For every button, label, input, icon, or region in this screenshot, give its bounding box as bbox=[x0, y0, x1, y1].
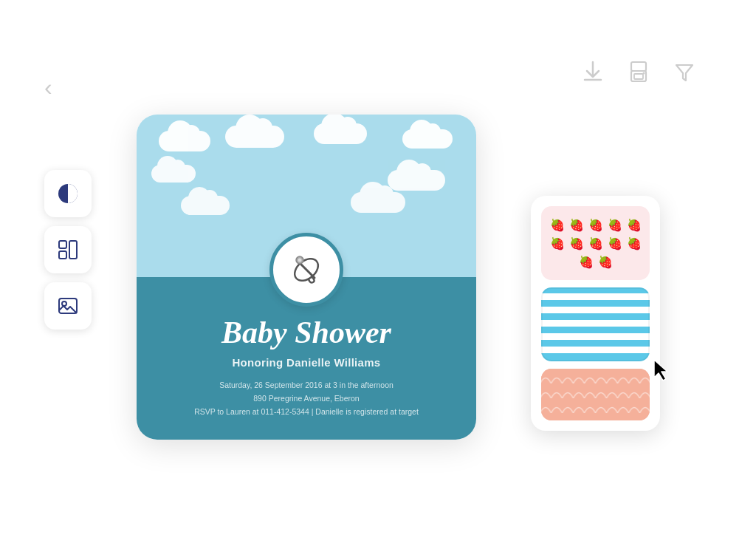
card-subtitle: Honoring Danielle Williams bbox=[232, 356, 380, 369]
download-button[interactable] bbox=[580, 59, 605, 87]
layout-tool-button[interactable] bbox=[44, 226, 92, 273]
cloud-6 bbox=[388, 170, 445, 191]
stripe-pattern-item[interactable] bbox=[541, 287, 650, 361]
cloud-2 bbox=[225, 126, 284, 148]
left-toolbar bbox=[44, 170, 92, 330]
cloud-5 bbox=[151, 165, 196, 183]
cloud-4 bbox=[402, 129, 453, 149]
svg-point-13 bbox=[298, 259, 302, 262]
baby-shower-card: Baby Shower Honoring Danielle Williams S… bbox=[137, 115, 476, 440]
back-button[interactable]: ‹ bbox=[44, 74, 52, 101]
safety-pin-emblem bbox=[269, 233, 343, 307]
cloud-7 bbox=[181, 196, 230, 215]
card-title: Baby Shower bbox=[221, 315, 391, 350]
cloud-1 bbox=[159, 131, 210, 151]
toolbar bbox=[580, 59, 697, 87]
svg-rect-7 bbox=[59, 251, 66, 259]
contrast-tool-button[interactable] bbox=[44, 170, 92, 217]
cloud-8 bbox=[351, 192, 405, 213]
svg-rect-0 bbox=[631, 62, 646, 71]
svg-rect-15 bbox=[541, 369, 650, 420]
image-tool-button[interactable] bbox=[44, 282, 92, 330]
moroccan-pattern-item[interactable] bbox=[541, 369, 650, 420]
cloud-3 bbox=[314, 123, 367, 144]
svg-rect-5 bbox=[59, 241, 66, 248]
strawberry-pattern-item[interactable]: 🍓 🍓 🍓 🍓 🍓 🍓 🍓 🍓 🍓 🍓 🍓 🍓 bbox=[541, 206, 650, 280]
svg-rect-6 bbox=[69, 241, 77, 259]
svg-rect-2 bbox=[634, 74, 643, 79]
svg-rect-16 bbox=[541, 383, 650, 384]
svg-point-3 bbox=[643, 72, 645, 75]
filter-button[interactable] bbox=[672, 59, 697, 87]
svg-point-9 bbox=[62, 301, 66, 306]
card-top-section bbox=[137, 115, 476, 277]
card-details: Saturday, 26 September 2016 at 3 in the … bbox=[194, 379, 419, 419]
print-button[interactable] bbox=[626, 59, 651, 87]
patterns-panel: 🍓 🍓 🍓 🍓 🍓 🍓 🍓 🍓 🍓 🍓 🍓 🍓 bbox=[531, 196, 660, 431]
